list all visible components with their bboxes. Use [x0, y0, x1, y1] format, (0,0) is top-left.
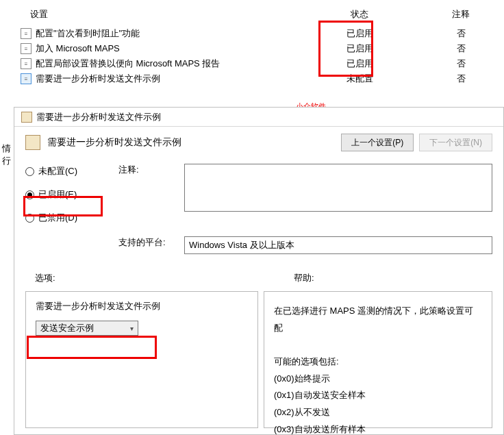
help-panel: 在已选择进行 MAPS 遥测的情况下，此策略设置可配 可能的选项包括: (0x0…	[264, 291, 492, 428]
platform-label: 支持的平台:	[118, 236, 179, 254]
list-item[interactable]: ≡ 配置"首次看到时阻止"功能 已启用 否	[0, 26, 504, 41]
policy-name: 加入 Microsoft MAPS	[36, 42, 301, 55]
option-panel-label: 需要进一步分析时发送文件示例	[36, 300, 248, 312]
side-text-2: 行	[2, 155, 11, 167]
sample-select[interactable]: 发送安全示例 ▾	[36, 321, 138, 336]
policy-icon: ≡	[21, 58, 32, 69]
policy-state: 已启用	[301, 27, 418, 40]
policy-comment: 否	[418, 27, 504, 40]
comment-label: 注释:	[118, 164, 179, 212]
next-setting-button: 下一个设置(N)	[419, 134, 492, 151]
dialog-header-icon	[25, 135, 40, 150]
select-value: 发送安全示例	[40, 322, 94, 334]
side-text-1: 情	[2, 142, 11, 155]
policy-icon: ≡	[21, 28, 32, 39]
radio-icon	[25, 167, 34, 176]
help-options-header: 可能的选项包括:	[274, 353, 482, 371]
policy-comment: 否	[418, 73, 504, 85]
policy-list: 设置 状态 注释 ≡ 配置"首次看到时阻止"功能 已启用 否 ≡ 加入 Micr…	[0, 0, 504, 86]
help-option-1: (0x1)自动发送安全样本	[274, 387, 482, 404]
policy-comment: 否	[418, 58, 504, 70]
chevron-down-icon: ▾	[130, 325, 134, 332]
policy-state: 已启用	[301, 58, 418, 70]
col-header-setting[interactable]: 设置	[0, 8, 301, 21]
options-panel: 需要进一步分析时发送文件示例 发送安全示例 ▾	[25, 291, 258, 428]
radio-label: 已禁用(D)	[38, 212, 77, 224]
options-label: 选项:	[25, 272, 294, 284]
radio-unconfigured[interactable]: 未配置(C)	[25, 165, 102, 177]
radio-label: 未配置(C)	[38, 165, 77, 177]
policy-name: 配置局部设置替换以便向 Microsoft MAPS 报告	[36, 58, 301, 70]
policy-state: 未配置	[301, 73, 418, 85]
help-label: 帮助:	[294, 272, 492, 284]
col-header-comment[interactable]: 注释	[418, 8, 504, 21]
list-item[interactable]: ≡ 加入 Microsoft MAPS 已启用 否	[0, 41, 504, 56]
radio-icon	[25, 190, 34, 199]
list-item[interactable]: ≡ 需要进一步分析时发送文件示例 未配置 否	[0, 71, 504, 86]
policy-icon: ≡	[21, 73, 32, 84]
policy-name: 配置"首次看到时阻止"功能	[36, 27, 301, 40]
list-item[interactable]: ≡ 配置局部设置替换以便向 Microsoft MAPS 报告 已启用 否	[0, 56, 504, 71]
radio-icon	[25, 214, 34, 223]
radio-label: 已启用(E)	[38, 188, 77, 201]
dialog-header-title: 需要进一步分析时发送文件示例	[47, 136, 334, 149]
platform-value: Windows Vista 及以上版本	[184, 236, 492, 254]
policy-state: 已启用	[301, 42, 418, 55]
dialog-title: 需要进一步分析时发送文件示例	[36, 111, 161, 123]
help-option-0: (0x0)始终提示	[274, 371, 482, 388]
col-header-state[interactable]: 状态	[301, 8, 418, 21]
dialog-title-bar[interactable]: 需要进一步分析时发送文件示例	[14, 108, 503, 127]
help-option-2: (0x2)从不发送	[274, 404, 482, 421]
help-option-3: (0x3)自动发送所有样本	[274, 421, 482, 435]
prev-setting-button[interactable]: 上一个设置(P)	[341, 134, 414, 151]
policy-comment: 否	[418, 42, 504, 55]
policy-name: 需要进一步分析时发送文件示例	[36, 73, 301, 85]
policy-dialog: 需要进一步分析时发送文件示例 需要进一步分析时发送文件示例 上一个设置(P) 下…	[14, 107, 504, 435]
dialog-title-icon	[21, 112, 32, 123]
help-intro: 在已选择进行 MAPS 遥测的情况下，此策略设置可配	[274, 303, 482, 336]
radio-disabled[interactable]: 已禁用(D)	[25, 212, 102, 224]
radio-enabled[interactable]: 已启用(E)	[25, 188, 102, 201]
comment-textarea[interactable]	[184, 164, 492, 212]
policy-icon: ≡	[21, 43, 32, 54]
